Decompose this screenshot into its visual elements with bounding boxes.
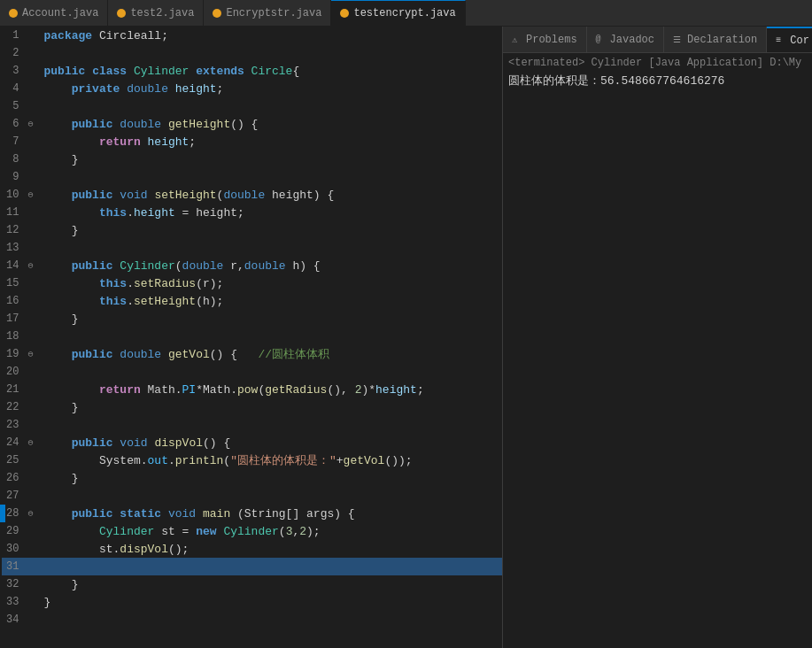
code-cell: this.height = height; [41, 204, 503, 221]
arrow-cell: ⊖ [27, 257, 41, 274]
table-row: 2 [2, 44, 503, 62]
line-number: 13 [2, 239, 27, 257]
problems-icon: ⚠ [512, 35, 522, 45]
tab-test2-java[interactable]: test2.java [108, 0, 204, 26]
code-cell: st.dispVol(); [41, 540, 503, 558]
tab-account-java[interactable]: Account.java [0, 0, 108, 26]
tab-testencrypt-java[interactable]: testencrypt.java [331, 0, 465, 26]
arrow-cell [27, 80, 41, 97]
line-number: 11 [2, 204, 27, 221]
code-cell [41, 168, 503, 186]
arrow-cell [27, 150, 41, 168]
table-row: 10 ⊖ public void setHeight(double height… [2, 186, 503, 204]
main-layout: 1 package Circleall; 2 3 public class Cy… [0, 27, 812, 648]
arrow-cell [27, 168, 41, 186]
code-cell [41, 44, 503, 62]
declaration-icon: ☰ [673, 35, 684, 45]
code-table: 1 package Circleall; 2 3 public class Cy… [0, 27, 502, 629]
line-number: 12 [2, 221, 27, 239]
code-cell [41, 611, 503, 629]
arrow-cell [27, 575, 41, 593]
tab-encryptstr-java[interactable]: Encryptstr.java [204, 0, 331, 26]
code-cell: Cylinder st = new Cylinder(3,2); [41, 522, 503, 540]
arrow-cell [27, 398, 41, 416]
code-cell: public void dispVol() { [41, 434, 503, 451]
line-number: 29 [2, 522, 27, 540]
tab-console[interactable]: ≡ Cor [767, 27, 812, 52]
table-row: 17 } [2, 310, 503, 328]
line-number: 9 [2, 168, 27, 186]
line-number: 27 [2, 487, 27, 505]
code-cell: } [41, 575, 503, 593]
tab-label-javadoc: Javadoc [610, 34, 654, 46]
code-cell: this.setHeight(h); [41, 292, 503, 310]
javadoc-icon: @ [596, 35, 607, 45]
output-header: <terminated> Cylinder [Java Application]… [508, 57, 812, 69]
table-row: 9 [2, 168, 503, 186]
code-cell: public Cylinder(double r,double h) { [41, 257, 503, 274]
code-cell: public class Cylinder extends Circle{ [41, 62, 503, 80]
line-number: 16 [2, 292, 27, 310]
arrow-cell: ⊖ [27, 345, 41, 363]
arrow-cell [27, 540, 41, 558]
line-number: 14 [2, 257, 27, 274]
tab-icon-test2 [117, 9, 126, 18]
arrow-cell [27, 522, 41, 540]
arrow-cell [27, 416, 41, 434]
table-row: 20 [2, 363, 503, 381]
table-row: 22 } [2, 398, 503, 416]
line-number: 8 [2, 150, 27, 168]
tab-problems[interactable]: ⚠ Problems [503, 27, 587, 52]
table-row: 21 return Math.PI*Math.pow(getRadius(), … [2, 381, 503, 398]
arrow-cell [27, 133, 41, 150]
arrow-cell: ⊖ [27, 115, 41, 133]
code-cell: public void setHeight(double height) { [41, 186, 503, 204]
code-cell: } [41, 310, 503, 328]
arrow-cell [27, 27, 41, 44]
line-number: 21 [2, 381, 27, 398]
table-row: 15 this.setRadius(r); [2, 274, 503, 292]
table-row: 32 } [2, 575, 503, 593]
arrow-cell [27, 363, 41, 381]
editor-tab-bar: Account.java test2.java Encryptstr.java … [0, 0, 812, 27]
tab-declaration[interactable]: ☰ Declaration [664, 27, 767, 52]
line-number: 23 [2, 416, 27, 434]
code-cell: package Circleall; [41, 27, 503, 44]
tab-label-testencrypt: testencrypt.java [353, 7, 455, 19]
table-row: 34 [2, 611, 503, 629]
table-row: 18 [2, 328, 503, 345]
tab-label-encryptstr: Encryptstr.java [226, 7, 321, 19]
table-row: 33 } [2, 593, 503, 611]
line-number: 32 [2, 575, 27, 593]
table-row: 8 } [2, 150, 503, 168]
code-cell: return height; [41, 133, 503, 150]
arrow-cell [27, 221, 41, 239]
line-number: 6 [2, 115, 27, 133]
code-cell: } [41, 150, 503, 168]
arrow-cell [27, 97, 41, 115]
tab-icon-testencrypt [340, 9, 349, 18]
code-panel[interactable]: 1 package Circleall; 2 3 public class Cy… [0, 27, 502, 648]
table-row: 14 ⊖ public Cylinder(double r,double h) … [2, 257, 503, 274]
line-number: 33 [2, 593, 27, 611]
arrow-cell [27, 310, 41, 328]
code-cell: public double getHeight() { [41, 115, 503, 133]
table-row: 25 System.out.println("圆柱体的体积是："+getVol(… [2, 451, 503, 469]
tab-icon-account [9, 9, 18, 18]
table-row: 24 ⊖ public void dispVol() { [2, 434, 503, 451]
table-row: 5 [2, 97, 503, 115]
code-cell: return Math.PI*Math.pow(getRadius(), 2)*… [41, 381, 503, 398]
table-row: 7 return height; [2, 133, 503, 150]
code-cell [41, 487, 503, 505]
line-number: 19 [2, 345, 27, 363]
code-cell: } [41, 221, 503, 239]
code-cell [41, 363, 503, 381]
line-number: 4 [2, 80, 27, 97]
tab-label-console: Cor [790, 35, 809, 47]
output-area: <terminated> Cylinder [Java Application]… [503, 53, 812, 648]
table-row: 27 [2, 487, 503, 505]
console-icon: ≡ [776, 35, 786, 46]
line-number: 2 [2, 44, 27, 62]
arrow-cell: ⊖ [27, 505, 41, 522]
tab-javadoc[interactable]: @ Javadoc [587, 27, 664, 52]
